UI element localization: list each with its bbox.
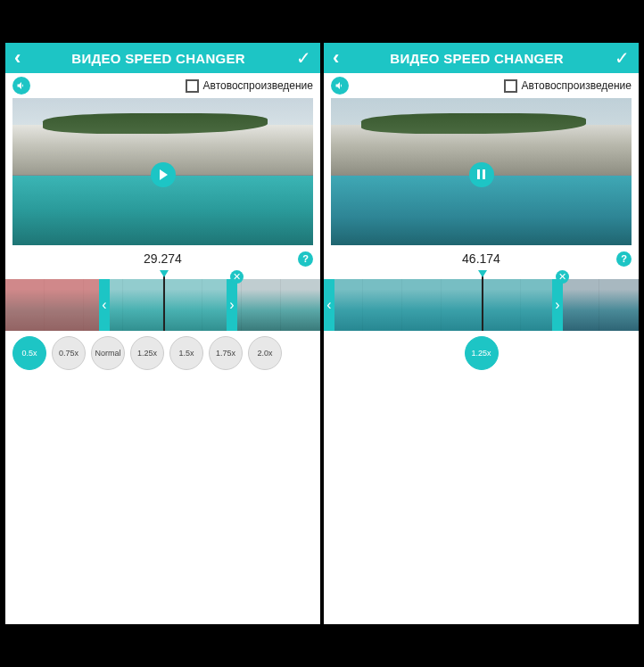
screen-left: ‹ ВИДЕО SPEED CHANGER ✓ Автовоспроизведе… <box>5 43 320 624</box>
trim-handle-left[interactable] <box>324 279 334 331</box>
play-button[interactable] <box>151 162 176 187</box>
autoplay-toggle[interactable]: Автовоспроизведение <box>186 79 313 93</box>
screen-right: ‹ ВИДЕО SPEED CHANGER ✓ Автовоспроизведе… <box>324 43 639 624</box>
video-preview[interactable] <box>331 98 632 245</box>
autoplay-label: Автовоспроизведение <box>203 79 313 92</box>
timeline-selection[interactable] <box>5 279 237 331</box>
header: ‹ ВИДЕО SPEED CHANGER ✓ <box>324 43 639 73</box>
confirm-button[interactable]: ✓ <box>296 47 311 69</box>
autoplay-checkbox[interactable] <box>186 79 199 93</box>
speed-1-5x[interactable]: 1.5x <box>169 336 203 370</box>
timeline-selection[interactable] <box>324 279 563 331</box>
video-preview[interactable] <box>12 98 313 245</box>
speed-normal[interactable]: Normal <box>91 336 125 370</box>
speed-row: 0.5x 0.75x Normal 1.25x 1.5x 1.75x 2.0x <box>5 336 320 370</box>
back-button[interactable]: ‹ <box>14 48 21 68</box>
speed-0-75x[interactable]: 0.75x <box>52 336 86 370</box>
timeline[interactable]: ✕ <box>5 270 320 331</box>
selection-close[interactable]: ✕ <box>556 270 569 284</box>
speed-2x[interactable]: 2.0x <box>248 336 282 370</box>
speed-1-25x[interactable]: 1.25x <box>130 336 164 370</box>
pause-icon <box>477 169 485 179</box>
timecode: 46.174 <box>462 251 500 266</box>
confirm-button[interactable]: ✓ <box>615 47 630 69</box>
trim-handle-left[interactable] <box>99 279 110 331</box>
header: ‹ ВИДЕО SPEED CHANGER ✓ <box>5 43 320 73</box>
selection-pre <box>5 279 99 331</box>
autoplay-label: Автовоспроизведение <box>522 79 632 92</box>
header-title: ВИДЕО SPEED CHANGER <box>21 51 296 66</box>
speed-row: 1.25x <box>324 336 639 370</box>
selection-close[interactable]: ✕ <box>230 270 244 284</box>
timecode-row: 29.274 ? <box>5 249 320 268</box>
selection-range[interactable] <box>334 279 552 331</box>
header-title: ВИДЕО SPEED CHANGER <box>339 51 615 66</box>
autoplay-checkbox[interactable] <box>504 79 517 93</box>
speaker-icon <box>16 80 27 91</box>
sound-toggle[interactable] <box>12 77 30 95</box>
help-button[interactable]: ? <box>298 251 313 267</box>
speed-0-5x[interactable]: 0.5x <box>12 336 46 370</box>
trim-handle-right[interactable] <box>227 279 237 331</box>
speaker-icon <box>334 80 345 91</box>
topbar: Автовоспроизведение <box>5 73 320 98</box>
back-button[interactable]: ‹ <box>333 48 339 68</box>
help-button[interactable]: ? <box>616 251 632 267</box>
speed-1-75x[interactable]: 1.75x <box>209 336 243 370</box>
topbar: Автовоспроизведение <box>324 73 639 98</box>
playhead[interactable] <box>482 272 483 331</box>
timecode: 29.274 <box>144 251 182 266</box>
timeline[interactable]: ✕ <box>324 270 639 331</box>
sound-toggle[interactable] <box>331 77 349 95</box>
timecode-row: 46.174 ? <box>324 249 639 268</box>
trim-handle-right[interactable] <box>552 279 563 331</box>
playhead[interactable] <box>163 272 165 331</box>
pause-button[interactable] <box>469 162 494 187</box>
selection-range[interactable] <box>110 279 227 331</box>
autoplay-toggle[interactable]: Автовоспроизведение <box>504 79 632 93</box>
speed-1-25x[interactable]: 1.25x <box>465 336 499 370</box>
